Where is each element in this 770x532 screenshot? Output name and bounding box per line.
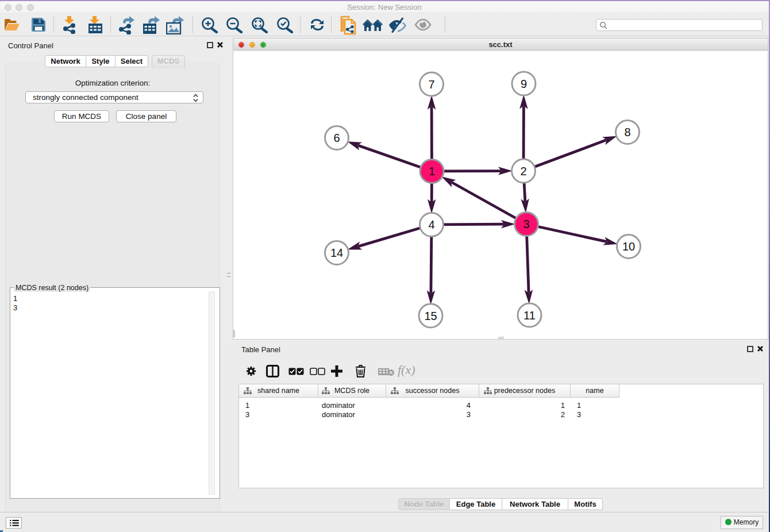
svg-text:1: 1 <box>429 165 435 178</box>
svg-text:14: 14 <box>330 246 343 259</box>
svg-text:6: 6 <box>333 132 340 144</box>
svg-text:3: 3 <box>523 218 529 230</box>
svg-text:7: 7 <box>428 78 434 91</box>
svg-text:2: 2 <box>520 165 526 178</box>
svg-text:11: 11 <box>523 309 536 322</box>
svg-text:4: 4 <box>428 218 434 231</box>
svg-text:15: 15 <box>424 310 437 322</box>
svg-text:9: 9 <box>521 78 527 90</box>
svg-text:10: 10 <box>622 240 635 253</box>
svg-text:8: 8 <box>624 126 630 138</box>
